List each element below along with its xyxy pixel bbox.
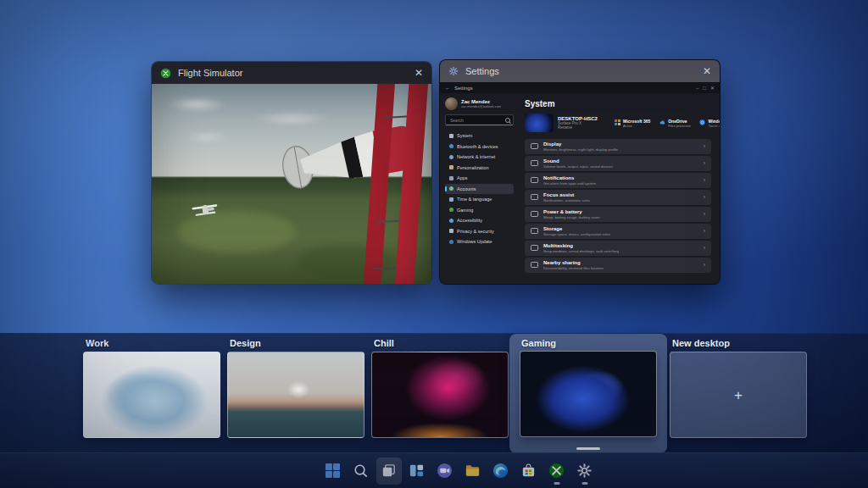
device-card: DESKTOP-HSC2 Surface Pro X Rename Micros… [525,114,711,132]
back-icon[interactable]: ← [445,86,450,91]
nav-item-privacy-security[interactable]: Privacy & security [445,226,514,237]
taskbar-task-view-button[interactable] [379,459,399,483]
nav-item-bluetooth-devices[interactable]: Bluetooth & devices [445,141,514,152]
desktop-label[interactable]: Chill [374,338,509,348]
windows-update-icon [699,119,705,125]
taskbar-settings-button[interactable] [575,459,595,483]
new-desktop-tile[interactable]: + [670,352,807,438]
xbox-icon [449,208,453,212]
desktop-chill[interactable]: Chill [371,338,509,438]
desktop-thumbnail-design[interactable] [227,352,364,438]
desktop-label[interactable]: Design [230,338,364,348]
active-desktop-indicator [576,447,600,451]
settings-nav: System Bluetooth & devices Network & int… [445,130,514,247]
avatar [445,97,458,110]
taskbar-store-button[interactable] [519,459,539,483]
flight-simulator-window[interactable]: Flight Simulator ✕ [151,61,432,285]
taskbar-edge-button[interactable] [491,459,511,483]
chat-video-icon [437,463,453,479]
desktop-design[interactable]: Design [227,338,364,438]
running-app-indicator [581,482,587,485]
desktop-label[interactable]: Work [86,338,220,348]
rename-link[interactable]: Rename [558,125,605,130]
multitasking-icon [531,245,538,251]
nearby-sharing-icon [531,262,538,268]
taskbar-widgets-button[interactable] [407,459,427,483]
xbox-app-icon [160,68,171,79]
apps-icon [449,176,453,180]
nav-item-gaming[interactable]: Gaming [445,205,514,216]
taskbar-start-button[interactable] [323,459,343,483]
taskbar-xbox-button[interactable] [547,459,567,483]
chevron-right-icon: › [704,194,705,200]
desktop-label[interactable]: Gaming [521,338,667,348]
microsoft-store-icon [520,463,537,479]
row-sound[interactable]: Sound Volume levels, output, input, soun… [525,156,711,171]
page-title: System [525,99,711,108]
display-icon [531,143,538,149]
desktop-thumbnail-gaming[interactable] [520,351,657,437]
nav-item-apps[interactable]: Apps [445,173,514,184]
device-wallpaper-thumbnail [525,114,554,132]
settings-app-icon [448,66,459,76]
field-patch [296,245,398,279]
settings-search[interactable] [445,114,514,125]
plus-icon: + [734,388,743,402]
row-nearby-sharing[interactable]: Nearby sharing Discoverability, received… [525,258,711,273]
row-display[interactable]: Display Monitors, brightness, night ligh… [525,139,711,154]
minimize-icon[interactable]: – [696,86,698,91]
focus-assist-icon [531,194,538,200]
system-icon [449,134,453,138]
battery-icon [531,211,538,217]
taskbar-chat-button[interactable] [435,459,455,483]
chevron-right-icon: › [704,262,705,268]
search-input[interactable] [448,117,505,124]
update-icon [449,240,453,244]
nav-item-system[interactable]: System [445,130,514,141]
flight-simulator-titlebar[interactable]: Flight Simulator ✕ [152,62,431,84]
onedrive-cloud-icon [659,119,665,125]
new-desktop-button[interactable]: New desktop + [670,338,807,438]
taskbar-search-button[interactable] [351,459,371,483]
close-icon[interactable]: ✕ [703,66,711,76]
settings-titlebar[interactable]: Settings ✕ [440,60,720,82]
row-notifications[interactable]: Notifications Get alerts from apps and s… [525,173,711,188]
folder-icon [465,463,481,479]
row-multitasking[interactable]: Multitasking Snap windows, virtual deskt… [525,241,711,256]
edge-browser-icon [492,463,509,479]
windows-update-tile[interactable]: Windows Update You're up to date [699,119,721,128]
row-power-battery[interactable]: Power & battery Sleep, battery usage, ba… [525,207,711,222]
nav-item-network-internet[interactable]: Network & internet [445,152,514,163]
taskbar-file-explorer-button[interactable] [463,459,483,483]
desktop-gaming-highlighted[interactable]: Gaming [509,334,667,453]
gear-icon [576,463,593,479]
row-focus-assist[interactable]: Focus assist Notifications, automatic ru… [525,190,711,205]
chevron-right-icon: › [704,211,705,217]
account-summary[interactable]: Zac Mendez zac.mendez@outlook.com [445,97,514,110]
search-icon [353,463,369,479]
nav-item-personalization[interactable]: Personalization [445,163,514,174]
onedrive-tile[interactable]: OneDrive Files protected [659,119,690,128]
storage-icon [531,228,538,234]
desktop-work[interactable]: Work [83,338,220,438]
row-storage[interactable]: Storage Storage space, drives, configura… [525,224,711,239]
nav-item-accounts[interactable]: Accounts [445,184,514,195]
search-icon [505,118,510,123]
desktop-thumbnail-work[interactable] [83,352,220,438]
desktop-thumbnail-chill[interactable] [371,352,509,438]
running-app-indicator [554,482,559,485]
settings-window[interactable]: Settings ✕ ← Settings – □ ✕ Zac Mendez z… [439,59,721,285]
shield-icon [449,229,453,233]
nav-item-windows-update[interactable]: Windows Update [445,236,514,247]
microsoft-365-tile[interactable]: Microsoft 365 Active [615,119,650,128]
close-icon[interactable]: ✕ [415,68,423,78]
close-icon[interactable]: ✕ [710,85,715,91]
sound-icon [531,160,538,166]
cloud [186,133,228,141]
chevron-right-icon: › [704,143,705,149]
cloud [167,97,226,111]
globe-icon [449,155,453,159]
nav-item-accessibility[interactable]: Accessibility [445,215,514,226]
nav-item-time-language[interactable]: Time & language [445,194,514,205]
maximize-icon[interactable]: □ [703,86,706,91]
